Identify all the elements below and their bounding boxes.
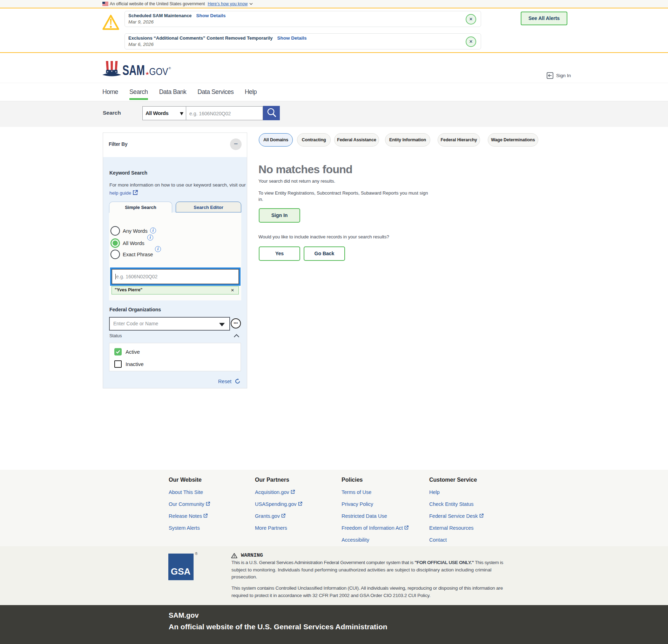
svg-text:GOV: GOV: [149, 66, 168, 77]
svg-text:SAM: SAM: [122, 62, 145, 78]
svg-text:®: ®: [169, 66, 171, 70]
